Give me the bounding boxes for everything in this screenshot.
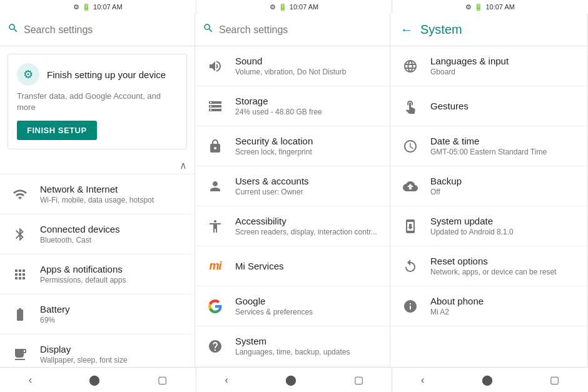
recent-nav-right[interactable]: ▢ xyxy=(546,370,563,389)
accessibility-subtitle: Screen readers, display, interaction con… xyxy=(235,228,380,236)
security-icon xyxy=(205,136,225,156)
nav-mid: ‹ ⬤ ▢ xyxy=(196,368,393,392)
search-icon-mid xyxy=(203,23,214,37)
google-icon xyxy=(205,296,225,316)
back-nav-right[interactable]: ‹ xyxy=(417,371,428,389)
gestures-title: Gestures xyxy=(430,101,577,111)
backup-subtitle: Off xyxy=(430,188,577,196)
back-nav-mid[interactable]: ‹ xyxy=(221,371,231,389)
status-time-3: 10:07 AM xyxy=(485,3,514,11)
home-nav-right[interactable]: ⬤ xyxy=(478,370,497,389)
sound-title: Sound xyxy=(235,56,380,66)
accessibility-icon xyxy=(205,216,225,236)
recent-nav-mid[interactable]: ▢ xyxy=(350,370,367,389)
reset-text: Reset options Network, apps, or device c… xyxy=(430,256,577,276)
sidebar-item-network[interactable]: Network & Internet Wi-Fi, mobile, data u… xyxy=(0,174,195,214)
network-title: Network & Internet xyxy=(40,184,185,194)
display-subtitle: Wallpaper, sleep, font size xyxy=(40,356,185,364)
right-item-gestures[interactable]: Gestures xyxy=(390,86,587,126)
systemupdate-title: System update xyxy=(430,216,577,226)
connected-text: Connected devices Bluetooth, Cast xyxy=(40,224,185,244)
sidebar-item-apps[interactable]: Apps & notifications Permissions, defaul… xyxy=(0,254,195,294)
mid-item-storage[interactable]: Storage 24% used - 48.80 GB free xyxy=(195,86,390,126)
recent-nav-left[interactable]: ▢ xyxy=(154,370,171,389)
languages-text: Languages & input Gboard xyxy=(430,56,577,76)
security-subtitle: Screen lock, fingerprint xyxy=(235,148,380,156)
sidebar-item-battery[interactable]: Battery 69% xyxy=(0,294,195,334)
battery-title: Battery xyxy=(40,304,185,314)
left-scroll: ⚙ Finish setting up your device Transfer… xyxy=(0,46,195,367)
back-nav-left[interactable]: ‹ xyxy=(25,371,36,389)
storage-title: Storage xyxy=(235,96,380,106)
system-text: System Languages, time, backup, updates xyxy=(235,336,380,356)
right-item-reset[interactable]: Reset options Network, apps, or device c… xyxy=(390,246,587,286)
sidebar-item-connected[interactable]: Connected devices Bluetooth, Cast xyxy=(0,214,195,254)
mid-item-system[interactable]: System Languages, time, backup, updates xyxy=(195,326,390,366)
status-battery-icon-1: 🔋 xyxy=(82,3,91,11)
status-bar-mid: ⚙ 🔋 10:07 AM xyxy=(196,0,393,14)
download-icon xyxy=(400,216,420,236)
apps-icon xyxy=(10,264,30,284)
setup-card-header: ⚙ Finish setting up your device xyxy=(17,63,178,86)
system-title: System xyxy=(235,336,380,346)
connected-title: Connected devices xyxy=(40,224,185,234)
right-item-backup[interactable]: Backup Off xyxy=(390,166,587,206)
status-wifi-icon-2: ⚙ xyxy=(270,3,276,11)
accessibility-title: Accessibility xyxy=(235,216,380,226)
status-bar-right: ⚙ 🔋 10:07 AM xyxy=(392,0,588,14)
mid-item-sound[interactable]: Sound Volume, vibration, Do Not Disturb xyxy=(195,46,390,86)
search-bar-left[interactable] xyxy=(0,14,195,46)
mid-scroll: Sound Volume, vibration, Do Not Disturb … xyxy=(195,46,390,367)
about-title: About phone xyxy=(430,296,577,306)
search-icon-left xyxy=(8,23,19,37)
bluetooth-icon xyxy=(10,224,30,244)
users-title: Users & accounts xyxy=(235,176,380,186)
connected-subtitle: Bluetooth, Cast xyxy=(40,236,185,244)
collapse-icon[interactable]: ∧ xyxy=(180,159,187,171)
display-icon xyxy=(10,344,30,364)
system-panel-title: System xyxy=(420,23,462,37)
navigation-bar: ‹ ⬤ ▢ ‹ ⬤ ▢ ‹ ⬤ ▢ xyxy=(0,367,588,392)
home-nav-left[interactable]: ⬤ xyxy=(85,370,104,389)
gestures-icon xyxy=(400,96,420,116)
storage-subtitle: 24% used - 48.80 GB free xyxy=(235,108,380,116)
sidebar-item-display[interactable]: Display Wallpaper, sleep, font size xyxy=(0,334,195,367)
accessibility-text: Accessibility Screen readers, display, i… xyxy=(235,216,380,236)
panel-right: ← System Languages & input Gboard xyxy=(390,14,588,367)
battery-subtitle: 69% xyxy=(40,316,185,324)
nav-left: ‹ ⬤ ▢ xyxy=(0,368,196,392)
systemupdate-subtitle: Updated to Android 8.1.0 xyxy=(430,228,577,236)
battery-text: Battery 69% xyxy=(40,304,185,324)
storage-icon xyxy=(205,96,225,116)
mid-item-accessibility[interactable]: Accessibility Screen readers, display, i… xyxy=(195,206,390,246)
apps-title: Apps & notifications xyxy=(40,264,185,274)
search-input-left[interactable] xyxy=(24,24,187,36)
display-text: Display Wallpaper, sleep, font size xyxy=(40,344,185,364)
network-icon xyxy=(10,184,30,204)
mi-icon: mi xyxy=(205,256,225,276)
back-button[interactable]: ← xyxy=(400,23,413,37)
collapse-row[interactable]: ∧ xyxy=(0,157,195,174)
home-nav-mid[interactable]: ⬤ xyxy=(281,370,300,389)
mid-item-google[interactable]: Google Services & preferences xyxy=(195,286,390,326)
right-item-about[interactable]: About phone Mi A2 xyxy=(390,286,587,326)
right-item-systemupdate[interactable]: System update Updated to Android 8.1.0 xyxy=(390,206,587,246)
search-bar-mid[interactable] xyxy=(195,14,390,46)
system-icon xyxy=(205,336,225,356)
mid-item-security[interactable]: Security & location Screen lock, fingerp… xyxy=(195,126,390,166)
mid-item-miservices[interactable]: mi Mi Services xyxy=(195,246,390,286)
users-icon xyxy=(205,176,225,196)
search-input-mid[interactable] xyxy=(219,24,382,36)
gestures-text: Gestures xyxy=(430,101,577,111)
finish-setup-button[interactable]: FINISH SETUP xyxy=(17,121,97,140)
about-subtitle: Mi A2 xyxy=(430,308,577,316)
right-item-datetime[interactable]: Date & time GMT-05:00 Eastern Standard T… xyxy=(390,126,587,166)
reset-subtitle: Network, apps, or device can be reset xyxy=(430,268,577,276)
datetime-subtitle: GMT-05:00 Eastern Standard Time xyxy=(430,148,577,156)
about-text: About phone Mi A2 xyxy=(430,296,577,316)
network-subtitle: Wi-Fi, mobile, data usage, hotspot xyxy=(40,196,185,204)
right-item-languages[interactable]: Languages & input Gboard xyxy=(390,46,587,86)
apps-text: Apps & notifications Permissions, defaul… xyxy=(40,264,185,284)
setup-card: ⚙ Finish setting up your device Transfer… xyxy=(8,54,187,149)
mid-item-users[interactable]: Users & accounts Current user: Owner xyxy=(195,166,390,206)
